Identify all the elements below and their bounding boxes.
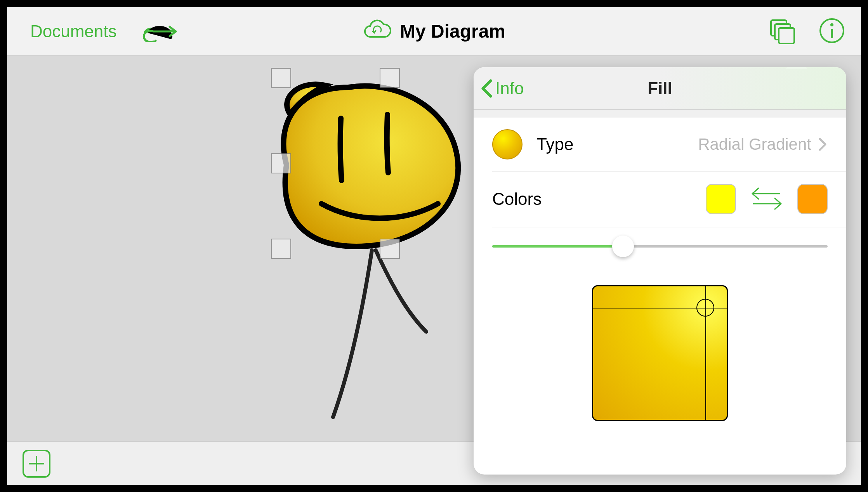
- documents-button[interactable]: Documents: [30, 22, 117, 41]
- popover-header: Info Fill: [474, 67, 846, 110]
- type-label: Type: [536, 135, 573, 154]
- popover-title: Fill: [648, 79, 672, 98]
- top-toolbar: Documents My Diagram: [7, 7, 861, 56]
- crosshair-circle: [696, 299, 714, 317]
- swap-colors-button[interactable]: [745, 183, 788, 215]
- fill-popover: Info Fill Type Radial Gradient Colors: [474, 67, 846, 475]
- type-swatch-icon: [492, 129, 523, 159]
- back-to-info-button[interactable]: Info: [480, 78, 524, 99]
- svg-rect-2: [779, 28, 794, 43]
- back-label: Info: [495, 79, 524, 98]
- document-title: My Diagram: [400, 21, 505, 42]
- layers-button[interactable]: [768, 17, 795, 46]
- gradient-slider[interactable]: [492, 245, 828, 248]
- cloud-sync-icon[interactable]: [363, 19, 392, 44]
- selection-handle[interactable]: [380, 68, 400, 88]
- svg-rect-5: [831, 29, 833, 38]
- fill-type-row[interactable]: Type Radial Gradient: [474, 118, 846, 171]
- color-to-swatch[interactable]: [797, 184, 828, 214]
- selection-handle[interactable]: [271, 153, 291, 173]
- add-shape-button[interactable]: [23, 450, 50, 478]
- selection-handle[interactable]: [271, 68, 291, 88]
- selection-handle[interactable]: [271, 239, 291, 259]
- colors-label: Colors: [492, 189, 542, 209]
- undo-button[interactable]: [144, 19, 181, 44]
- type-value: Radial Gradient: [698, 135, 811, 154]
- gradient-center-picker[interactable]: [592, 285, 728, 421]
- chevron-left-icon: [480, 78, 493, 99]
- color-from-swatch[interactable]: [706, 184, 736, 214]
- gradient-slider-row: [474, 227, 846, 274]
- chevron-right-icon: [818, 137, 828, 152]
- svg-point-4: [830, 23, 833, 26]
- selection-handle[interactable]: [380, 239, 400, 259]
- info-button[interactable]: [818, 17, 845, 46]
- colors-row: Colors: [474, 171, 846, 227]
- slider-fill: [492, 245, 623, 248]
- slider-thumb[interactable]: [612, 236, 634, 257]
